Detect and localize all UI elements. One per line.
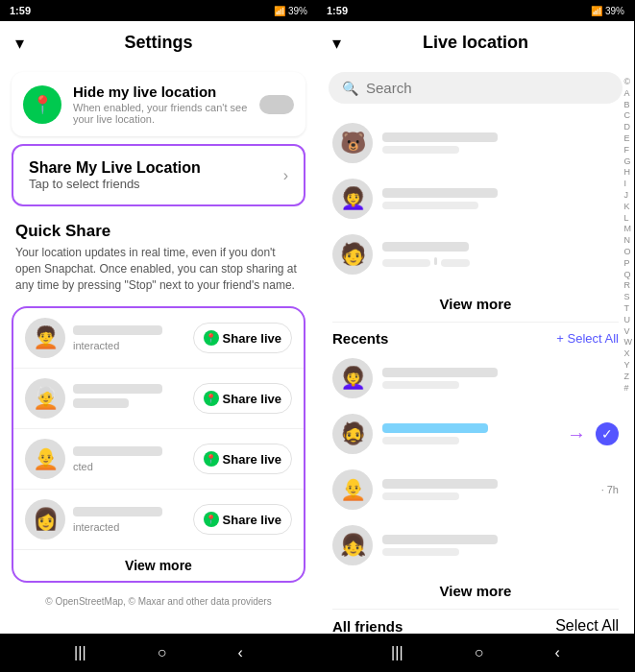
- search-icon: 🔍: [342, 81, 358, 96]
- nav-home-icon-r[interactable]: ○: [475, 644, 484, 661]
- top-friend-info-2: [382, 188, 498, 209]
- friend-status-3: cted: [73, 461, 185, 472]
- nav-home-icon[interactable]: ○: [158, 644, 167, 661]
- recent-sub-1: [382, 381, 459, 389]
- share-live-btn-3[interactable]: 📍 Share live: [193, 444, 292, 474]
- avatar-3: 🧑‍🦲: [25, 439, 65, 479]
- friend-name-blur-2: [73, 384, 162, 394]
- recent-info-2: [382, 423, 553, 444]
- time-7h: · 7h: [601, 484, 619, 495]
- all-friends-header: All friends Select All: [317, 610, 634, 634]
- recents-header: Recents + Select All: [317, 323, 634, 350]
- live-location-header: ▾ Live location: [317, 21, 634, 64]
- back-icon-left[interactable]: ▾: [15, 33, 24, 54]
- friend-name-blur-3: [73, 446, 162, 456]
- recent-name-2-highlight: [382, 423, 488, 433]
- friend-row-3: 🧑‍🦲 cted 📍 Share live: [13, 429, 304, 490]
- view-more-top[interactable]: View more: [317, 286, 634, 322]
- recent-avatar-2: 🧔: [332, 414, 373, 454]
- avatar-1: 🧑‍🦱: [25, 318, 65, 358]
- nav-bottom-right: ||| ○ ‹: [317, 634, 634, 672]
- hide-location-text: Hide my live location When enabled, your…: [73, 84, 248, 125]
- time-right: 1:59: [327, 5, 348, 16]
- search-bar[interactable]: 🔍: [329, 72, 623, 104]
- hide-location-sub: When enabled, your friends can't see you…: [73, 102, 248, 125]
- nav-menu-icon[interactable]: |||: [74, 644, 85, 661]
- friend-row-2: 🧑‍🦳 📍 Share live: [13, 369, 304, 429]
- recent-info-1: [382, 368, 619, 389]
- hide-location-title: Hide my live location: [73, 84, 248, 100]
- share-live-location-button[interactable]: Share My Live Location Tap to select fri…: [12, 144, 305, 206]
- recent-name-4: [382, 535, 498, 544]
- recent-name-3: [382, 479, 498, 489]
- friend-info-2: [73, 384, 185, 413]
- alphabet-index[interactable]: © A B C D E F G H I J K L M N O P Q R S …: [624, 77, 633, 393]
- loc-icon-1: 📍: [204, 330, 219, 346]
- recent-sub-4: [382, 548, 459, 556]
- check-circle[interactable]: ✓: [596, 422, 619, 445]
- top-avatar-2: 👩‍🦱: [332, 179, 373, 219]
- search-input[interactable]: [366, 80, 609, 96]
- chevron-right-icon: ›: [283, 167, 288, 184]
- share-live-btn-4[interactable]: 📍 Share live: [193, 504, 292, 535]
- top-sub-blur-1: [382, 146, 459, 154]
- recent-avatar-1: 👩‍🦱: [332, 358, 373, 398]
- hide-location-item[interactable]: 📍 Hide my live location When enabled, yo…: [12, 72, 305, 136]
- nav-bottom-left: ||| ○ ‹: [0, 634, 317, 672]
- nav-back-icon[interactable]: ‹: [238, 644, 243, 661]
- nav-menu-icon-r[interactable]: |||: [391, 644, 403, 661]
- friend-status-4: interacted: [73, 521, 185, 533]
- share-live-btn-1[interactable]: 📍 Share live: [193, 323, 292, 353]
- recent-avatar-4: 👧: [332, 525, 373, 565]
- all-friends-select-all[interactable]: Select All: [555, 617, 619, 634]
- top-avatar-1: 🐻: [332, 123, 373, 163]
- live-location-title: Live location: [423, 33, 528, 53]
- recents-select-all[interactable]: + Select All: [556, 331, 619, 346]
- status-bar-left: 1:59 📶 39%: [0, 0, 317, 21]
- top-sub-blur-2: [382, 202, 478, 209]
- top-friend-2: 👩‍🦱: [317, 171, 634, 227]
- recent-sub-2: [382, 437, 459, 444]
- top-friend-info-1: [382, 132, 498, 154]
- avatar-4: 👩: [25, 499, 65, 540]
- hide-location-toggle[interactable]: [259, 95, 294, 114]
- friend-info-4: interacted: [73, 507, 185, 533]
- view-more-left[interactable]: View more: [13, 550, 304, 581]
- friend-info-3: cted: [73, 446, 185, 472]
- loc-icon-3: 📍: [204, 451, 219, 467]
- recents-label: Recents: [332, 330, 388, 347]
- recent-info-3: [382, 479, 592, 500]
- settings-title: Settings: [124, 33, 192, 53]
- top-avatar-3: 🧑: [332, 234, 373, 275]
- share-live-text: Share My Live Location Tap to select fri…: [29, 159, 201, 191]
- recent-friend-1: 👩‍🦱: [317, 350, 634, 406]
- quick-share-desc: Your location updates in real time, even…: [0, 245, 317, 300]
- view-more-recents[interactable]: View more: [317, 573, 634, 609]
- recent-friend-4: 👧: [317, 517, 634, 573]
- all-friends-label: All friends: [332, 618, 403, 635]
- recent-friend-3: 🧑‍🦲 · 7h: [317, 462, 634, 517]
- settings-header: ▾ Settings: [0, 21, 317, 64]
- recent-sub-3: [382, 492, 459, 500]
- share-live-sub: Tap to select friends: [29, 177, 201, 191]
- right-content: ▾ Live location 🔍 🐻 👩‍🦱: [317, 21, 634, 634]
- top-name-blur-1: [382, 132, 498, 142]
- friend-info-1: interacted: [73, 325, 185, 351]
- top-friend-info-3: [382, 242, 470, 267]
- avatar-2: 🧑‍🦳: [25, 378, 65, 419]
- recent-friend-2[interactable]: 🧔 → ✓: [317, 406, 634, 462]
- battery-left: 📶 39%: [274, 6, 307, 16]
- top-sub-blur-3: [382, 259, 430, 267]
- back-icon-right[interactable]: ▾: [332, 33, 341, 54]
- top-name-blur-2: [382, 188, 498, 198]
- recent-info-4: [382, 535, 619, 556]
- recent-name-1: [382, 368, 498, 377]
- time-left: 1:59: [10, 5, 31, 16]
- footer-text: © OpenStreetMap, © Maxar and other data …: [0, 588, 317, 614]
- top-friends-list: 🐻 👩‍🦱 🧑: [317, 111, 634, 286]
- share-live-btn-2[interactable]: 📍 Share live: [193, 383, 292, 414]
- left-phone: 1:59 📶 39% ▾ Settings 📍 Hide my live loc…: [0, 0, 317, 672]
- nav-back-icon-r[interactable]: ‹: [555, 644, 560, 661]
- friend-row-1: 🧑‍🦱 interacted 📍 Share live: [13, 308, 304, 369]
- quick-share-title: Quick Share: [0, 214, 317, 245]
